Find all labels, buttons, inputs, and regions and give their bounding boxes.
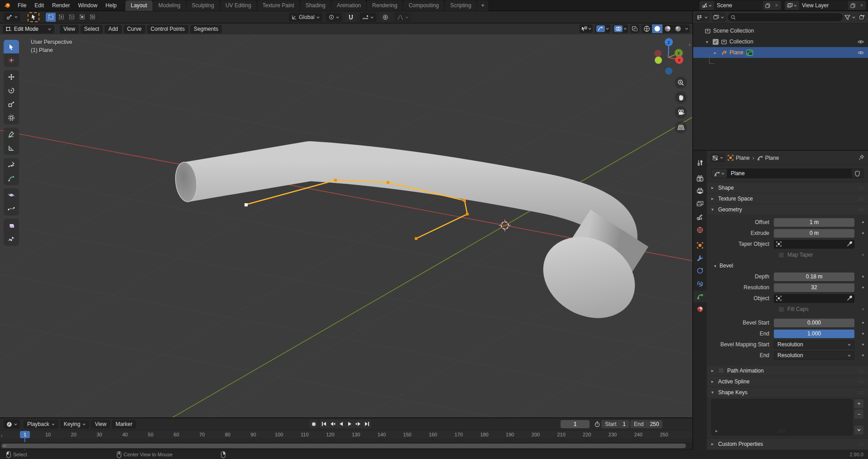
hide-eye-icon[interactable] xyxy=(858,51,864,55)
active-tool-indicator[interactable] xyxy=(28,12,39,22)
shading-material-button[interactable] xyxy=(662,24,673,33)
viewport-menu-add[interactable]: Add xyxy=(105,25,121,33)
tool-rotate[interactable] xyxy=(4,84,19,97)
shading-wireframe-button[interactable] xyxy=(642,24,652,33)
select-mode-intersect[interactable] xyxy=(87,13,98,22)
control-point-active[interactable] xyxy=(245,203,248,206)
workspace-tab-layout[interactable]: Layout xyxy=(125,0,153,11)
outliner-search-input[interactable] xyxy=(728,13,843,21)
workspace-tab-texture-paint[interactable]: Texture Paint xyxy=(257,0,300,11)
properties-tab-material[interactable] xyxy=(693,303,707,315)
timeline-scroll-thumb[interactable] xyxy=(1,444,686,448)
panel-active-spline[interactable]: ▸Active Spline :::: xyxy=(707,376,868,387)
outliner-row-scene-collection[interactable]: Scene Collection xyxy=(693,25,868,36)
zoom-button[interactable] xyxy=(675,76,687,89)
properties-tab-modifiers[interactable] xyxy=(693,252,707,264)
path-animation-checkbox[interactable] xyxy=(718,368,724,373)
outliner-row-collection[interactable]: ▾✓Collection xyxy=(693,36,868,47)
timeline-expand-icon[interactable]: › xyxy=(1,433,3,438)
tool-tilt[interactable] xyxy=(4,202,19,215)
timeline-scrollbar[interactable] xyxy=(0,442,692,449)
gizmo-neg-x[interactable] xyxy=(654,50,662,57)
playhead-current-frame[interactable]: 1 xyxy=(20,431,30,438)
control-point[interactable] xyxy=(334,179,337,182)
viewport-menu-curve[interactable]: Curve xyxy=(124,25,145,33)
viewport-canvas[interactable] xyxy=(0,34,692,417)
panel-path-animation[interactable]: ▸ Path Animation :::: xyxy=(707,365,868,376)
timeline-ruler[interactable]: 1 10203040506070809010011012013014015016… xyxy=(0,430,692,442)
select-mode-set[interactable] xyxy=(46,13,56,22)
disclosure-triangle[interactable]: ▸ xyxy=(714,50,719,55)
animate-dot[interactable] xyxy=(862,344,864,345)
tool-shear[interactable] xyxy=(4,219,19,232)
gizmo-neg-y[interactable] xyxy=(655,57,662,64)
proportional-editing-toggle[interactable] xyxy=(380,13,391,22)
pan-hand-button[interactable] xyxy=(675,91,687,104)
shading-dropdown[interactable] xyxy=(683,28,690,30)
properties-tab-output[interactable] xyxy=(693,185,707,197)
map-taper-checkbox[interactable] xyxy=(778,252,784,258)
animate-dot[interactable] xyxy=(862,254,864,256)
select-mode-invert[interactable] xyxy=(77,13,87,22)
shading-solid-button[interactable] xyxy=(652,24,662,33)
timeline-menu-view[interactable]: View xyxy=(91,420,110,429)
control-point[interactable] xyxy=(463,199,466,202)
menu-file[interactable]: File xyxy=(14,0,30,11)
offset-field[interactable]: 1 m xyxy=(774,218,854,227)
tool-curve-pen[interactable] xyxy=(4,172,19,185)
bevel-end-field[interactable]: 1.000 xyxy=(774,330,854,338)
animate-dot[interactable] xyxy=(862,308,864,310)
tool-randomize[interactable] xyxy=(4,232,19,246)
animate-dot[interactable] xyxy=(862,354,864,356)
properties-tab-object[interactable] xyxy=(693,239,707,251)
animate-dot[interactable] xyxy=(862,333,864,335)
menu-help[interactable]: Help xyxy=(101,0,121,11)
scene-name-field[interactable]: Scene xyxy=(714,1,763,10)
viewport-3d[interactable]: User Perspective (1) Plane Z Y X xyxy=(0,34,692,417)
menu-window[interactable]: Window xyxy=(74,0,101,11)
prev-keyframe-button[interactable] xyxy=(328,420,337,428)
snap-toggle[interactable] xyxy=(345,13,356,22)
viewport-menu-control-points[interactable]: Control Points xyxy=(147,25,188,33)
workspace-tab-sculpting[interactable]: Sculpting xyxy=(187,0,220,11)
camera-view-button[interactable] xyxy=(675,106,687,119)
collection-checkbox[interactable]: ✓ xyxy=(713,39,719,45)
menu-edit[interactable]: Edit xyxy=(30,0,48,11)
bevel-subpanel-header[interactable]: ▾ Bevel xyxy=(707,261,868,271)
scene-delete-button[interactable]: × xyxy=(772,1,781,10)
drag-handle-icon[interactable]: :::: xyxy=(858,379,864,384)
scene-browse-button[interactable] xyxy=(700,1,714,10)
eyedropper-icon[interactable] xyxy=(847,296,852,301)
overlays-dropdown[interactable] xyxy=(613,24,628,33)
perspective-toggle-button[interactable] xyxy=(675,121,687,134)
play-button[interactable] xyxy=(345,420,354,428)
outliner-display-mode[interactable] xyxy=(711,13,726,22)
tool-cursor[interactable] xyxy=(4,53,19,67)
animate-dot[interactable] xyxy=(862,287,864,288)
datablock-name-input[interactable]: Plane xyxy=(727,168,852,178)
blender-logo-icon[interactable] xyxy=(4,2,11,9)
animate-dot[interactable] xyxy=(862,322,864,324)
fake-user-shield-button[interactable] xyxy=(852,168,863,178)
chevron-down-icon[interactable] xyxy=(852,16,855,19)
properties-tab-scene[interactable] xyxy=(693,211,707,223)
workspace-tab-compositing[interactable]: Compositing xyxy=(403,0,445,11)
tool-annotate[interactable] xyxy=(4,128,19,141)
shading-rendered-button[interactable] xyxy=(673,24,683,33)
workspace-tab-animation[interactable]: Animation xyxy=(331,0,367,11)
tool-move[interactable] xyxy=(4,70,19,84)
next-keyframe-button[interactable] xyxy=(354,420,363,428)
disclosure-triangle[interactable]: ▾ xyxy=(706,39,710,44)
pin-icon[interactable] xyxy=(858,154,864,162)
viewport-menu-view[interactable]: View xyxy=(60,25,79,33)
shape-key-remove-button[interactable]: − xyxy=(854,410,863,419)
timeline-menu-playback[interactable]: Playback xyxy=(24,420,58,429)
timeline-editor-type[interactable] xyxy=(4,420,20,429)
select-mode-subtract[interactable] xyxy=(67,13,77,22)
view-layer-new-button[interactable] xyxy=(848,1,857,10)
control-point[interactable] xyxy=(415,237,417,240)
workspace-tab-shading[interactable]: Shading xyxy=(300,0,331,11)
properties-editor-type[interactable] xyxy=(710,153,725,163)
jump-to-start-button[interactable] xyxy=(320,420,328,428)
stopwatch-icon[interactable] xyxy=(594,421,600,427)
